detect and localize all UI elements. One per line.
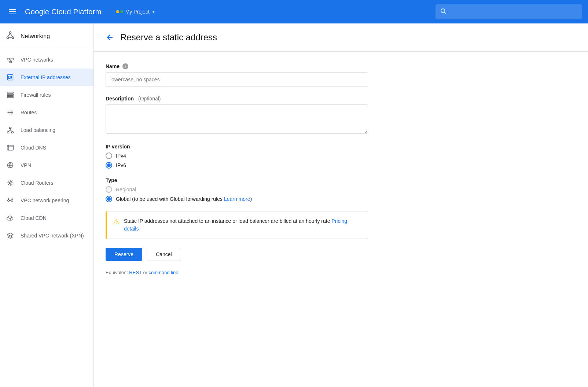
alert-text: Static IP addresses not attached to an i… [124,217,362,233]
routes-icon [6,108,15,117]
command-line-link[interactable]: command line [149,270,179,275]
sidebar-header: Networking [0,23,93,48]
type-radio-group: Regional Global (to be used with Global … [106,186,368,202]
sidebar-item-firewall-rules[interactable]: Firewall rules [0,86,93,104]
optional-text: (Optional) [138,96,161,102]
sidebar-item-cloud-dns-label: Cloud DNS [21,145,46,151]
sidebar-item-shared-vpc[interactable]: Shared VPC network (XPN) [0,227,93,244]
svg-line-6 [10,34,13,37]
sidebar-item-vpn-label: VPN [21,162,31,168]
regional-label: Regional [116,187,136,192]
menu-button[interactable] [6,6,19,17]
sidebar-item-load-balancing-label: Load balancing [21,127,55,133]
reserve-button[interactable]: Reserve [106,248,142,261]
svg-line-39 [11,184,12,185]
sidebar-item-external-ip-label: External IP addresses [21,74,71,80]
ipv4-radio[interactable] [106,152,112,159]
sidebar-item-cloud-routers[interactable]: Cloud Routers [0,174,93,192]
regional-option[interactable]: Regional [106,186,368,193]
sidebar-item-vpn[interactable]: VPN [0,156,93,174]
form-container: Name i Description (Optional) IP version [94,52,380,287]
cloud-routers-icon [6,178,15,187]
sidebar-title: Networking [21,33,50,40]
search-box[interactable] [436,4,582,19]
svg-rect-8 [7,58,10,60]
svg-point-43 [11,200,13,202]
project-dropdown-icon: ▼ [152,10,155,14]
cancel-button[interactable]: Cancel [147,248,181,261]
name-help-icon[interactable]: i [122,63,128,69]
description-input[interactable] [106,104,368,134]
svg-point-0 [441,9,445,13]
logo-text: Google Cloud Platform [25,8,102,16]
name-field-group: Name i [106,63,368,87]
page-title: Reserve a static address [120,32,217,43]
main-layout: Networking VPC networks [0,23,588,387]
global-radio[interactable] [106,196,112,202]
sidebar-item-routes[interactable]: Routes [0,104,93,121]
svg-point-4 [12,37,14,39]
regional-radio[interactable] [106,186,112,193]
project-selector[interactable]: My Project ▼ [113,7,158,16]
sidebar-nav: VPC networks External IP addresses [0,48,93,247]
page-header: Reserve a static address [94,23,588,52]
svg-rect-24 [11,132,13,133]
svg-rect-18 [7,96,14,97]
sidebar-item-vpc-networks-label: VPC networks [21,57,53,63]
cloud-dns-icon [6,143,15,152]
shared-vpc-icon [6,231,15,240]
name-label: Name i [106,63,368,69]
firewall-rules-icon [6,91,15,99]
ip-version-label: IP version [106,144,368,150]
svg-line-5 [8,34,10,37]
sidebar-item-cloud-dns[interactable]: Cloud DNS [0,139,93,156]
sidebar-item-load-balancing[interactable]: Load balancing [0,121,93,139]
vpc-peering-icon [6,196,15,205]
project-name: My Project [125,9,150,15]
back-button[interactable] [106,33,114,42]
svg-line-26 [8,130,10,132]
svg-point-42 [8,200,10,202]
svg-line-27 [10,130,12,132]
svg-point-33 [10,182,11,184]
search-icon [440,8,446,16]
sidebar-item-cloud-cdn-label: Cloud CDN [21,215,47,221]
app-logo: Google Cloud Platform [25,8,102,16]
svg-rect-28 [7,145,14,150]
description-field-group: Description (Optional) [106,96,368,135]
global-label: Global (to be used with Global forwardin… [116,196,252,202]
svg-line-41 [8,184,10,185]
type-learn-more-link[interactable]: Learn more [224,196,250,202]
svg-rect-22 [10,127,11,129]
ipv6-option[interactable]: IPv6 [106,162,368,169]
svg-line-40 [11,181,12,182]
sidebar-item-vpc-networks[interactable]: VPC networks [0,51,93,69]
svg-rect-17 [7,94,14,95]
ipv6-radio[interactable] [106,162,112,169]
description-label: Description (Optional) [106,96,368,102]
svg-rect-9 [11,58,14,60]
svg-line-1 [444,12,446,14]
sidebar-item-vpc-peering[interactable]: VPC network peering [0,192,93,209]
svg-rect-14 [8,76,10,79]
main-content: Reserve a static address Name i Descript… [94,23,588,387]
networking-icon [6,31,15,42]
sidebar-item-firewall-rules-label: Firewall rules [21,92,51,98]
ipv4-label: IPv4 [116,153,126,159]
ipv4-option[interactable]: IPv4 [106,152,368,159]
svg-point-3 [7,37,9,39]
sidebar-item-cloud-cdn[interactable]: Cloud CDN [0,209,93,227]
svg-rect-16 [7,92,14,93]
type-label: Type [106,177,368,183]
svg-rect-10 [9,61,12,63]
load-balancing-icon [6,126,15,134]
external-ip-icon [6,73,15,82]
sidebar: Networking VPC networks [0,23,94,387]
sidebar-item-external-ip[interactable]: External IP addresses [0,69,93,86]
vpn-icon [6,161,15,170]
name-input[interactable] [106,72,368,87]
sidebar-item-shared-vpc-label: Shared VPC network (XPN) [21,233,84,239]
global-option[interactable]: Global (to be used with Global forwardin… [106,196,368,202]
ipv6-label: IPv6 [116,162,126,168]
rest-link[interactable]: REST [129,270,142,275]
